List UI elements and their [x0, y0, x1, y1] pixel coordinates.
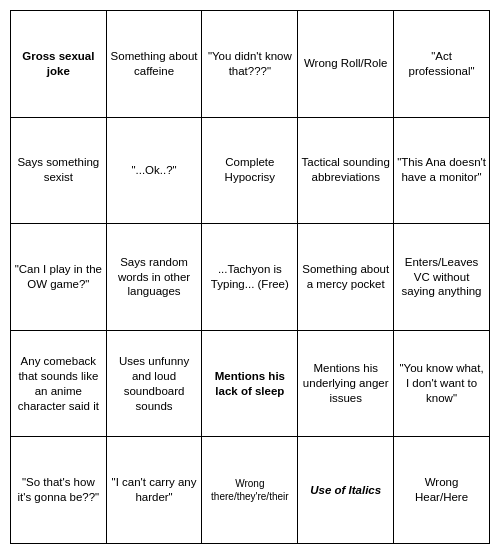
cell-r2-c2: ...Tachyon is Typing... (Free)	[202, 224, 298, 331]
cell-r2-c0: "Can I play in the OW game?"	[11, 224, 107, 331]
cell-r2-c4: Enters/Leaves VC without saying anything	[394, 224, 490, 331]
cell-r3-c3: Mentions his underlying anger issues	[298, 330, 394, 437]
cell-r4-c3: Use of Italics	[298, 437, 394, 544]
cell-r0-c2: "You didn't know that???"	[202, 11, 298, 118]
cell-r4-c4: Wrong Hear/Here	[394, 437, 490, 544]
cell-r2-c1: Says random words in other languages	[106, 224, 202, 331]
cell-r1-c0: Says something sexist	[11, 117, 107, 224]
cell-r0-c0: Gross sexual joke	[11, 11, 107, 118]
bingo-header	[10, 0, 490, 10]
cell-r4-c2: Wrong there/they're/their	[202, 437, 298, 544]
cell-r1-c2: Complete Hypocrisy	[202, 117, 298, 224]
cell-r0-c4: "Act professional"	[394, 11, 490, 118]
cell-r0-c1: Something about caffeine	[106, 11, 202, 118]
cell-r3-c1: Uses unfunny and loud soundboard sounds	[106, 330, 202, 437]
cell-r3-c4: "You know what, I don't want to know"	[394, 330, 490, 437]
cell-r4-c0: "So that's how it's gonna be??"	[11, 437, 107, 544]
cell-r0-c3: Wrong Roll/Role	[298, 11, 394, 118]
cell-r4-c1: "I can't carry any harder"	[106, 437, 202, 544]
cell-r1-c1: "...Ok..?"	[106, 117, 202, 224]
bingo-grid: Gross sexual jokeSomething about caffein…	[10, 10, 490, 544]
cell-r1-c4: "This Ana doesn't have a monitor"	[394, 117, 490, 224]
cell-r3-c2: Mentions his lack of sleep	[202, 330, 298, 437]
cell-r2-c3: Something about a mercy pocket	[298, 224, 394, 331]
cell-r3-c0: Any comeback that sounds like an anime c…	[11, 330, 107, 437]
cell-r1-c3: Tactical sounding abbreviations	[298, 117, 394, 224]
